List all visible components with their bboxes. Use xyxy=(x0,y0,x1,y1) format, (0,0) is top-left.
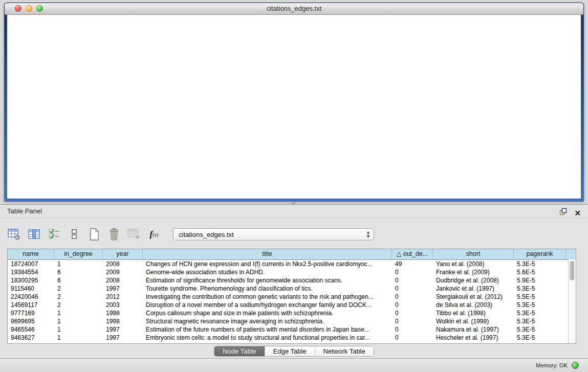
float-panel-icon[interactable] xyxy=(559,207,567,220)
column-header-out_de[interactable]: △ out_de... xyxy=(392,249,433,259)
table-cell: Franke et al. (2009) xyxy=(433,268,514,276)
table-cell: Dudbridge et al. (2008) xyxy=(433,276,514,285)
table-row[interactable]: 911546021997Tourette syndrome. Phenomeno… xyxy=(8,285,576,293)
column-header-title[interactable]: title xyxy=(143,249,392,259)
table-cell: 5.3E-5 xyxy=(514,317,566,325)
table-row[interactable]: 1938455462009Genome-wide association stu… xyxy=(8,268,576,276)
column-header-year[interactable]: year xyxy=(103,249,143,259)
table-row[interactable]: 946554611997Estimation of the future num… xyxy=(8,325,576,334)
close-window-icon[interactable] xyxy=(15,5,21,12)
table-toolbar: f(x) citations_edges.txt ▲▼ xyxy=(7,226,374,243)
window-title-bar[interactable]: citations_edges.txt xyxy=(5,3,583,15)
table-cell: 5.6E-5 xyxy=(514,268,566,276)
table-cell: 19384554 xyxy=(8,268,54,276)
table-cell: Yano et al. (2008) xyxy=(433,260,514,268)
column-header-name[interactable]: name xyxy=(8,249,54,259)
table-options-icon[interactable] xyxy=(7,228,21,241)
column-header-pagerank[interactable]: pagerank xyxy=(514,249,566,259)
table-cell: Genome-wide association studies in ADHD. xyxy=(143,268,392,276)
table-cell: 0 xyxy=(392,334,433,342)
table-row[interactable]: 1872400712008Changes of HCN gene express… xyxy=(8,260,576,268)
table-cell: 9699695 xyxy=(8,317,54,325)
dropdown-stepper-icon: ▲▼ xyxy=(366,230,371,238)
function-builder-icon[interactable]: f(x) xyxy=(147,228,161,241)
table-cell: 0 xyxy=(392,276,433,285)
table-cell: 2 xyxy=(54,285,103,293)
table-cell: 5.9E-5 xyxy=(514,276,566,285)
memory-status-label: Memory: OK xyxy=(536,362,568,368)
table-cell: 1 xyxy=(54,309,103,317)
table-cell: 0 xyxy=(392,268,433,276)
table-cell: 49 xyxy=(392,260,433,268)
table-cell: 9463627 xyxy=(8,334,54,342)
table-cell: Estimation of the future numbers of pati… xyxy=(143,325,392,334)
table-select-value: citations_edges.txt xyxy=(179,231,366,238)
table-cell: 1 xyxy=(54,334,103,342)
table-cell: 0 xyxy=(392,317,433,325)
table-row[interactable]: 969969511998Structural magnetic resonanc… xyxy=(8,317,576,325)
table-row[interactable]: 1456911722003Disruption of a novel membe… xyxy=(8,301,576,309)
status-bar: Memory: OK xyxy=(0,358,588,372)
table-cell: 2012 xyxy=(103,293,143,301)
table-vertical-scrollbar[interactable] xyxy=(568,259,576,343)
delete-table-icon xyxy=(127,228,141,241)
table-panel: Table Panel ✕ xyxy=(0,204,588,359)
table-cell: Investigating the contribution of common… xyxy=(143,293,392,301)
table-cell: 6 xyxy=(54,276,103,285)
table-row[interactable]: 977716911998Corpus callosum shape and si… xyxy=(8,309,576,317)
table-cell: 2003 xyxy=(103,301,143,309)
select-columns-icon[interactable] xyxy=(27,228,41,241)
network-canvas[interactable] xyxy=(7,15,581,199)
table-cell: 1997 xyxy=(103,334,143,342)
table-cell: Tibbo et al. (1998) xyxy=(433,309,514,317)
scrollbar-thumb[interactable] xyxy=(570,261,574,280)
table-cell: 2 xyxy=(54,301,103,309)
zoom-window-icon[interactable] xyxy=(36,5,43,12)
table-cell: 0 xyxy=(392,285,433,293)
tab-node-table[interactable]: Node Table xyxy=(214,346,265,356)
network-window: citations_edges.txt xyxy=(4,3,584,202)
table-cell: 2008 xyxy=(103,276,143,285)
memory-ok-indicator-icon[interactable] xyxy=(572,362,579,369)
split-view-icon[interactable] xyxy=(67,228,81,241)
table-cell: 5.3E-5 xyxy=(514,260,566,268)
table-cell: 14569117 xyxy=(8,301,54,309)
window-controls xyxy=(15,5,43,12)
table-cell: Jankovic et al. (1997) xyxy=(433,285,514,293)
table-cell: 1998 xyxy=(103,317,143,325)
node-table: namein_degreeyeartitle△ out_de...shortpa… xyxy=(7,249,576,344)
close-panel-icon[interactable]: ✕ xyxy=(574,209,581,217)
minimize-window-icon[interactable] xyxy=(26,5,32,12)
table-row[interactable]: 1830029562008Estimation of significance … xyxy=(8,276,576,285)
table-cell: Changes of HCN gene expression and I(f) … xyxy=(143,260,392,268)
new-column-icon[interactable] xyxy=(87,228,101,241)
table-cell: 5.3E-5 xyxy=(514,285,566,293)
table-tabs: Node TableEdge TableNetwork Table xyxy=(214,346,374,357)
table-panel-title: Table Panel xyxy=(7,207,42,215)
network-view[interactable] xyxy=(7,15,581,199)
table-row[interactable]: 2242004622012Investigating the contribut… xyxy=(8,293,576,301)
table-cell: 1998 xyxy=(103,309,143,317)
table-cell: 0 xyxy=(392,309,433,317)
table-cell: Embryonic stem cells: a model to study s… xyxy=(143,334,392,342)
table-cell: 1 xyxy=(54,325,103,334)
table-cell: 1997 xyxy=(103,325,143,334)
table-cell: 22420046 xyxy=(8,293,54,301)
column-header-in_degree[interactable]: in_degree xyxy=(54,249,103,259)
table-cell: 2 xyxy=(54,293,103,301)
row-selection-icon[interactable] xyxy=(47,228,61,241)
table-cell: 9465546 xyxy=(8,325,54,334)
column-header-short[interactable]: short xyxy=(433,249,514,259)
delete-column-icon[interactable] xyxy=(107,228,121,241)
table-cell: 1 xyxy=(54,260,103,268)
table-select-dropdown[interactable]: citations_edges.txt ▲▼ xyxy=(173,228,374,240)
tab-network-table[interactable]: Network Table xyxy=(315,346,374,356)
tab-edge-table[interactable]: Edge Table xyxy=(265,346,315,356)
table-cell: 0 xyxy=(392,293,433,301)
table-cell: Wolkin et al. (1998) xyxy=(433,317,514,325)
table-cell: Estimation of significance thresholds fo… xyxy=(143,276,392,285)
table-cell: Disruption of a novel member of a sodium… xyxy=(143,301,392,309)
table-row[interactable]: 946362711997Embryonic stem cells: a mode… xyxy=(8,334,576,342)
table-cell: Hescheler et al. (1997) xyxy=(433,334,514,342)
table-cell: 0 xyxy=(392,325,433,334)
